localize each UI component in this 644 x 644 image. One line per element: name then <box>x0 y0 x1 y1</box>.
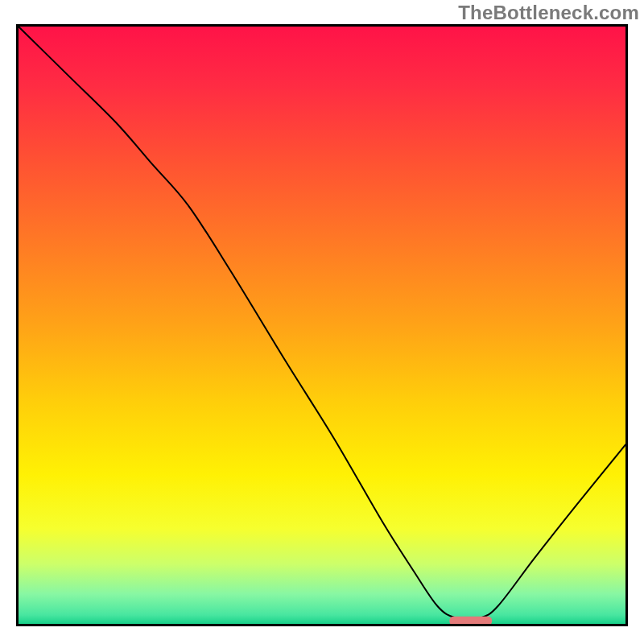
chart-stage: TheBottleneck.com <box>0 0 644 644</box>
plot-area <box>16 24 628 626</box>
watermark-text: TheBottleneck.com <box>458 2 639 24</box>
chart-svg <box>16 24 628 626</box>
